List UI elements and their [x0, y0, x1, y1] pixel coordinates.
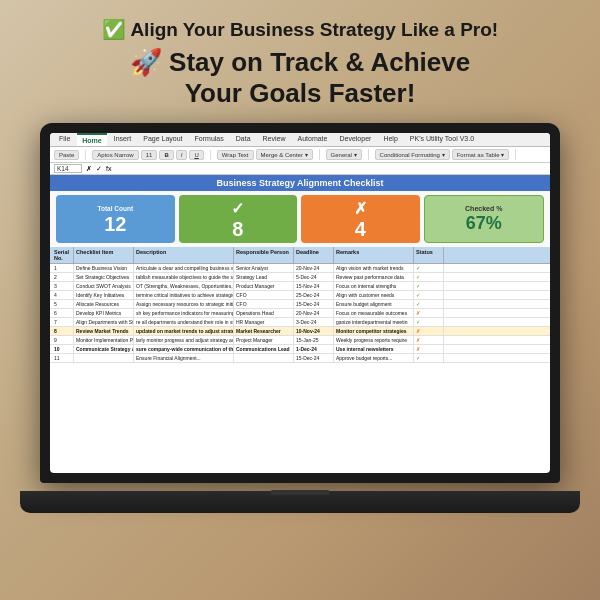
tab-insert[interactable]: Insert: [109, 133, 137, 146]
table-row: 9 Monitor Implementation Progress larly …: [50, 336, 550, 345]
cell-person: HR Manager: [234, 318, 294, 326]
headline-1: ✅ Align Your Business Strategy Like a Pr…: [102, 18, 498, 41]
font-name-selector[interactable]: Aptos Narrow: [92, 150, 138, 160]
underline-button[interactable]: U: [189, 150, 203, 160]
cell-serial: 9: [52, 336, 74, 344]
cell-status: ✓: [414, 354, 444, 362]
rocket-icon: 🚀: [130, 47, 162, 77]
spreadsheet-content: Business Strategy Alignment Checklist To…: [50, 175, 550, 473]
cell-deadline: 20-Nov-24: [294, 309, 334, 317]
cell-serial: 3: [52, 282, 74, 290]
cell-item: Allocate Resources: [74, 300, 134, 308]
cell-serial: 11: [52, 354, 74, 362]
cell-status: ✓: [414, 291, 444, 299]
cell-desc: OT (Strengths, Weaknesses, Opportunities…: [134, 282, 234, 290]
cell-person: CFO: [234, 300, 294, 308]
format-as-table-button[interactable]: Format as Table ▾: [452, 149, 510, 160]
italic-button[interactable]: I: [176, 150, 188, 160]
cell-person: Strategy Lead: [234, 273, 294, 281]
insert-function-icon[interactable]: fx: [106, 165, 111, 172]
cell-serial: 10: [52, 345, 74, 353]
cell-person: CFO: [234, 291, 294, 299]
cell-reference[interactable]: K14: [54, 164, 82, 173]
cell-deadline: 15-Dec-24: [294, 300, 334, 308]
tab-help[interactable]: Help: [378, 133, 402, 146]
cell-remarks: Align vision with market trends: [334, 264, 414, 272]
cell-remarks: Weekly progress reports require: [334, 336, 414, 344]
cell-deadline: 15-Nov-24: [294, 282, 334, 290]
cell-desc: termine critical initiatives to achieve …: [134, 291, 234, 299]
table-row: 11 Ensure Financial Alignment... 15-Dec-…: [50, 354, 550, 363]
cancel-formula-icon[interactable]: ✗: [86, 165, 92, 173]
col-header-remarks: Remarks: [334, 247, 414, 263]
tab-developer[interactable]: Developer: [334, 133, 376, 146]
tab-automate[interactable]: Automate: [293, 133, 333, 146]
number-format-selector[interactable]: General ▾: [326, 149, 362, 160]
bold-button[interactable]: B: [159, 150, 173, 160]
styles-group: Conditional Formatting ▾ Format as Table…: [375, 149, 517, 160]
cell-person: Senior Analyst: [234, 264, 294, 272]
wrap-text-button[interactable]: Wrap Text: [217, 150, 254, 160]
conditional-formatting-button[interactable]: Conditional Formatting ▾: [375, 149, 450, 160]
cell-deadline: 15-Jan-25: [294, 336, 334, 344]
checkmark-icon: ✅: [102, 19, 126, 40]
cell-item: Conduct SWOT Analysis: [74, 282, 134, 290]
summary-row: Total Count 12 ✓ 8 ✗ 4 Checked %: [50, 191, 550, 247]
col-header-item: Checklist Item: [74, 247, 134, 263]
cell-desc: updated on market trends to adjust strat…: [134, 327, 234, 335]
cell-desc: Ensure Financial Alignment...: [134, 354, 234, 362]
col-header-serial: Serial No.: [52, 247, 74, 263]
cell-status: ✓: [414, 264, 444, 272]
cell-desc: tablish measurable objectives to guide t…: [134, 273, 234, 281]
tab-page-layout[interactable]: Page Layout: [138, 133, 187, 146]
excel-ribbon: File Home Insert Page Layout Formulas Da…: [50, 133, 550, 163]
cell-person: Operations Head: [234, 309, 294, 317]
checked-percent-card: Checked % 67%: [424, 195, 545, 243]
unchecked-count-value: 4: [355, 219, 366, 239]
table-row: 4 Identify Key Initiatives termine criti…: [50, 291, 550, 300]
cell-deadline: 1-Dec-24: [294, 345, 334, 353]
unchecked-count-card: ✗ 4: [301, 195, 420, 243]
cell-serial: 2: [52, 273, 74, 281]
cell-serial: 6: [52, 309, 74, 317]
cell-desc: sh key performance indicators for measur…: [134, 309, 234, 317]
col-header-deadline: Deadline: [294, 247, 334, 263]
merge-center-button[interactable]: Merge & Center ▾: [256, 149, 313, 160]
cell-serial: 8: [52, 327, 74, 335]
checked-count-value: 8: [232, 219, 243, 239]
cell-remarks: Ensure budget alignment: [334, 300, 414, 308]
ribbon-tabs: File Home Insert Page Layout Formulas Da…: [50, 133, 550, 147]
confirm-formula-icon[interactable]: ✓: [96, 165, 102, 173]
table-row: 8 Review Market Trends updated on market…: [50, 327, 550, 336]
table-row: 7 Align Departments with Strategy re all…: [50, 318, 550, 327]
data-table: Serial No. Checklist Item Description Re…: [50, 247, 550, 473]
table-row: 5 Allocate Resources Assign necessary re…: [50, 300, 550, 309]
cell-remarks: Review past performance data: [334, 273, 414, 281]
cell-remarks: Approve budget reports...: [334, 354, 414, 362]
cell-remarks: Use internal newsletters: [334, 345, 414, 353]
cell-item: Set Strategic Objectives: [74, 273, 134, 281]
laptop: File Home Insert Page Layout Formulas Da…: [40, 123, 560, 513]
cell-deadline: 25-Dec-24: [294, 291, 334, 299]
checked-percent-value: 67%: [466, 213, 502, 234]
cell-status: ✓: [414, 282, 444, 290]
font-size-selector[interactable]: 11: [141, 150, 158, 160]
tab-review[interactable]: Review: [258, 133, 291, 146]
tab-home[interactable]: Home: [77, 133, 106, 146]
cell-desc: sure company-wide communication of the s…: [134, 345, 234, 353]
cell-status: ✓: [414, 318, 444, 326]
font-group: Aptos Narrow 11 B I U: [92, 150, 210, 160]
tab-utility[interactable]: PK's Utility Tool V3.0: [405, 133, 479, 146]
total-count-label: Total Count: [97, 205, 133, 212]
main-container: ✅ Align Your Business Strategy Like a Pr…: [0, 0, 600, 523]
paste-button[interactable]: Paste: [54, 150, 79, 160]
tab-data[interactable]: Data: [231, 133, 256, 146]
headline-2: 🚀 Stay on Track & Achieve Your Goals Fas…: [130, 47, 470, 109]
cell-serial: 1: [52, 264, 74, 272]
laptop-hinge: [270, 490, 330, 495]
tab-formulas[interactable]: Formulas: [190, 133, 229, 146]
cell-remarks: Focus on measurable outcomes: [334, 309, 414, 317]
tab-file[interactable]: File: [54, 133, 75, 146]
cell-deadline: 10-Nov-24: [294, 327, 334, 335]
formula-bar: K14 ✗ ✓ fx: [50, 163, 550, 175]
